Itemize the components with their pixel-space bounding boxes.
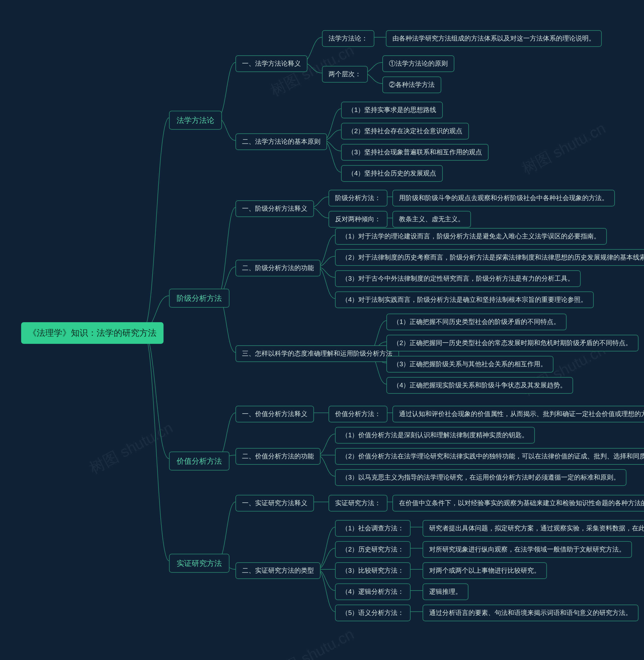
node-b0s1-2[interactable]: （3）坚持社会现象普遍联系和相互作用的观点 [341,144,488,160]
node-b1s2[interactable]: 三、怎样以科学的态度准确理解和运用阶级分析方法 [235,345,399,362]
node-b0s0[interactable]: 一、法学方法论释义 [235,56,307,72]
node-b1s1-2[interactable]: （3）对于古今中外法律制度的定性研究而言，阶级分析方法是有力的分析工具。 [335,270,581,287]
node-b3s1-1d[interactable]: 对所研究现象进行纵向观察，在法学领域一般借助于文献研究方法。 [423,541,632,558]
node-b1s0-2[interactable]: 反对两种倾向： [328,211,387,227]
node-b1s0-0[interactable]: 阶级分析方法： [328,190,387,206]
node-b0s1-1[interactable]: （2）坚持社会存在决定社会意识的观点 [341,123,469,139]
node-b2s0-0[interactable]: 价值分析方法： [328,406,387,422]
node-b1s1-0[interactable]: （1）对于法学的理论建设而言，阶级分析方法是避免走入唯心主义法学误区的必要指南。 [335,228,607,245]
node-b0s0-0[interactable]: 法学方法论： [322,30,374,47]
node-b1s1-3[interactable]: （4）对于法制实践而言，阶级分析方法是确立和坚持法制根本宗旨的重要理论参照。 [335,291,594,308]
node-b2s1-0[interactable]: （1）价值分析方法是深刻认识和理解法律制度精神实质的钥匙。 [335,427,535,443]
node-b3s1-3d[interactable]: 逻辑推理。 [423,584,468,600]
node-b1s2-2[interactable]: （3）正确把握阶级关系与其他社会关系的相互作用。 [386,356,553,373]
node-b0s0-4[interactable]: ②各种法学方法 [382,76,441,93]
node-b0s1-0[interactable]: （1）坚持实事求是的思想路线 [341,102,443,118]
node-b0s0-1[interactable]: 由各种法学研究方法组成的方法体系以及对这一方法体系的理论说明。 [386,30,602,47]
node-b2s0-1[interactable]: 通过认知和评价社会现象的价值属性，从而揭示、批判和确证一定社会价值或理想的方法。 [392,406,644,422]
watermark: 树图 shutu.cn [267,624,358,660]
watermark: 树图 shutu.cn [519,118,609,179]
node-b3s1-3[interactable]: （4）逻辑分析方法： [335,584,411,600]
node-b1s0[interactable]: 一、阶级分析方法释义 [235,200,314,217]
node-b0s1-3[interactable]: （4）坚持社会历史的发展观点 [341,165,443,182]
node-b2s1-1[interactable]: （2）价值分析方法在法学理论研究和法律实践中的独特功能，可以在法律价值的证成、批… [335,448,644,465]
node-b2s1-2[interactable]: （3）以马克思主义为指导的法学理论研究，在运用价值分析方法时必须遵循一定的标准和… [335,469,626,486]
root-node[interactable]: 《法理学》知识：法学的研究方法 [21,322,163,344]
node-b3s0-1[interactable]: 在价值中立条件下，以对经验事实的观察为基础来建立和检验知识性命题的各种方法的总称… [392,495,644,511]
node-b3s1-2[interactable]: （3）比较研究方法： [335,562,411,579]
branch-value-analysis[interactable]: 价值分析方法 [169,452,229,470]
node-b1s0-3[interactable]: 教条主义、虚无主义。 [392,211,471,227]
branch-methodology[interactable]: 法学方法论 [169,111,222,130]
node-b0s0-2[interactable]: 两个层次： [322,66,368,83]
node-b3s0[interactable]: 一、实证研究方法释义 [235,495,314,511]
node-b1s1[interactable]: 二、阶级分析方法的功能 [235,260,321,277]
node-b1s2-1[interactable]: （2）正确把握同一历史类型社会的常态发展时期和危机时期阶级矛盾的不同特点。 [386,335,639,351]
node-b0s1[interactable]: 二、法学方法论的基本原则 [235,133,327,150]
node-b3s1-0d[interactable]: 研究者提出具体问题，拟定研究方案，通过观察实验，采集资料数据，在此基础上提出知识… [423,520,644,537]
node-b3s1-4[interactable]: （5）语义分析方法： [335,604,411,621]
node-b3s1-4d[interactable]: 通过分析语言的要素、句法和语境来揭示词语和语句意义的研究方法。 [423,604,639,621]
node-b3s1-1[interactable]: （2）历史研究方法： [335,541,411,558]
node-b1s0-1[interactable]: 用阶级和阶级斗争的观点去观察和分析阶级社会中各种社会现象的方法。 [392,190,615,206]
node-b3s0-0[interactable]: 实证研究方法： [328,495,387,511]
node-b3s1-2d[interactable]: 对两个或两个以上事物进行比较研究。 [423,562,547,579]
node-b1s2-3[interactable]: （4）正确把握现实阶级关系和阶级斗争状态及其发展趋势。 [386,377,573,394]
branch-empirical[interactable]: 实证研究方法 [169,554,229,573]
node-b3s1-0[interactable]: （1）社会调查方法： [335,520,411,537]
node-b2s0[interactable]: 一、价值分析方法释义 [235,406,314,422]
branch-class-analysis[interactable]: 阶级分析方法 [169,289,229,308]
node-b1s1-1[interactable]: （2）对于法律制度的历史考察而言，阶级分析方法是探索法律制度和法律思想的历史发展… [335,249,644,266]
node-b0s0-3[interactable]: ①法学方法论的原则 [382,56,454,72]
node-b3s1[interactable]: 二、实证研究方法的类型 [235,562,321,579]
node-b2s1[interactable]: 二、价值分析方法的功能 [235,448,321,465]
watermark: 树图 shutu.cn [86,418,176,479]
node-b1s2-0[interactable]: （1）正确把握不同历史类型社会的阶级矛盾的不同特点。 [386,314,567,330]
